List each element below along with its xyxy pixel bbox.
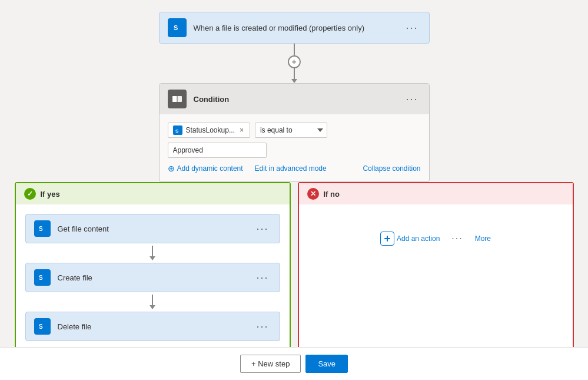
action-card-get-file: S Get file content ··· [25, 214, 280, 243]
condition-header: Condition ··· [160, 84, 429, 114]
no-add-action-label: Add an action [397, 234, 440, 243]
no-label: If no [324, 190, 340, 199]
svg-text:S: S [174, 24, 178, 31]
create-file-icon-box: S [34, 269, 51, 286]
no-add-action-row: Add an action ··· More [380, 232, 491, 246]
trigger-more-button[interactable]: ··· [403, 21, 420, 35]
delete-file-title: Delete file [58, 322, 254, 331]
no-more-label: More [475, 234, 491, 243]
yes-badge: ✓ [24, 188, 36, 200]
action-arrow-1 [150, 246, 155, 260]
condition-links: ⊕ Add dynamic content Edit in advanced m… [168, 164, 421, 173]
no-more-button[interactable]: More [475, 234, 491, 243]
svg-rect-3 [172, 96, 177, 102]
edit-advanced-button[interactable]: Edit in advanced mode [255, 164, 327, 173]
get-file-more-button[interactable]: ··· [254, 222, 271, 236]
create-file-title: Create file [58, 273, 254, 282]
add-step-circle[interactable]: + [288, 55, 301, 68]
trigger-card: S When a file is created or modified (pr… [159, 12, 430, 44]
no-add-icon [383, 234, 391, 243]
yes-branch-panel: ✓ If yes S Get file content ··· [15, 182, 291, 375]
add-dynamic-icon: ⊕ [168, 164, 175, 173]
no-add-action-icon [380, 232, 394, 246]
no-branch-header: ✕ If no [299, 183, 573, 204]
new-step-button[interactable]: + New step [240, 355, 301, 373]
arrow-line-1 [152, 246, 153, 256]
bottom-bar: + New step Save [0, 347, 588, 380]
arrow-head-1 [150, 256, 155, 260]
tag-label: StatusLookup... [186, 126, 235, 134]
get-file-icon-box: S [34, 220, 51, 237]
delete-file-icon-box: S [34, 318, 51, 335]
canvas: S When a file is created or modified (pr… [0, 0, 588, 380]
create-file-sp-icon: S [38, 273, 47, 282]
save-button[interactable]: Save [305, 355, 348, 373]
tag-close-button[interactable]: × [238, 126, 245, 134]
action-card-create-file: S Create file ··· [25, 263, 280, 292]
trigger-connector: + [288, 44, 301, 83]
connector-line-bottom [294, 68, 295, 80]
add-dynamic-content-button[interactable]: ⊕ Add dynamic content [168, 164, 243, 173]
action-arrow-2 [150, 295, 155, 309]
svg-text:S: S [175, 128, 179, 133]
tag-sharepoint-icon: S [175, 127, 181, 133]
collapse-condition-button[interactable]: Collapse condition [363, 164, 420, 173]
svg-text:S: S [39, 323, 43, 330]
tag-sp-icon: S [173, 125, 182, 135]
condition-icon-box [168, 90, 187, 108]
yes-branch-header: ✓ If yes [16, 183, 290, 204]
no-add-action-button[interactable]: Add an action [380, 232, 440, 246]
connector-line-top [294, 44, 295, 55]
no-branch-panel: ✕ If no Add an action ··· [298, 182, 574, 375]
no-more-dots: ··· [451, 233, 463, 244]
create-file-more-button[interactable]: ··· [254, 270, 271, 285]
svg-rect-13 [384, 238, 390, 239]
svg-text:S: S [39, 275, 43, 281]
condition-value-input[interactable] [168, 143, 267, 158]
condition-card: Condition ··· S StatusLookup... × is equ… [159, 83, 430, 182]
get-file-title: Get file content [58, 224, 254, 233]
condition-icon [171, 93, 183, 105]
trigger-title: When a file is created or modified (prop… [194, 24, 404, 32]
condition-row: S StatusLookup... × is equal tois not eq… [168, 123, 421, 158]
get-file-sp-icon: S [38, 224, 47, 233]
connector-arrow [291, 79, 297, 83]
condition-body: S StatusLookup... × is equal tois not eq… [160, 114, 429, 181]
svg-text:S: S [39, 226, 43, 232]
arrow-line-2 [152, 295, 153, 305]
no-branch-content: Add an action ··· More [299, 204, 573, 263]
condition-tag-input[interactable]: S StatusLookup... × [168, 123, 250, 138]
trigger-icon-box: S [168, 18, 187, 37]
sharepoint-icon: S [172, 22, 182, 33]
delete-file-sp-icon: S [38, 322, 47, 331]
yes-label: If yes [41, 190, 60, 199]
action-card-delete-file: S Delete file ··· [25, 312, 280, 341]
delete-file-more-button[interactable]: ··· [254, 319, 271, 334]
no-badge: ✕ [307, 188, 319, 200]
condition-operator-select[interactable]: is equal tois not equal tocontainsdoes n… [255, 123, 327, 138]
condition-more-button[interactable]: ··· [403, 92, 420, 107]
condition-title: Condition [194, 95, 404, 104]
arrow-head-2 [150, 305, 155, 309]
branch-container: ✓ If yes S Get file content ··· [15, 182, 574, 375]
